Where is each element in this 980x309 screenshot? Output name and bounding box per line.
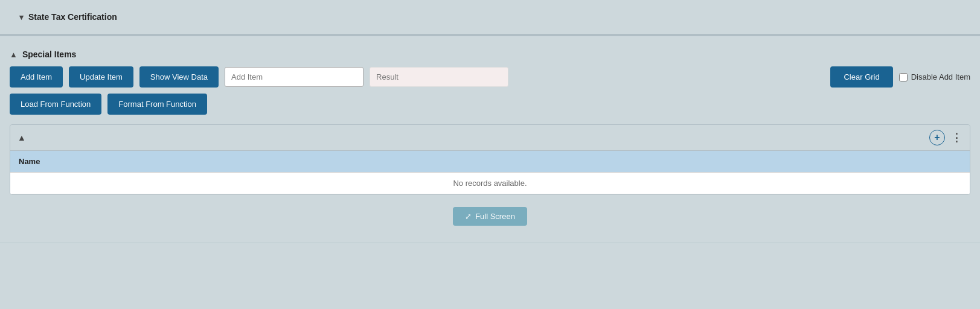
grid-add-button[interactable]: + [929,130,945,145]
grid-kebab-menu[interactable]: ⋮ [951,131,962,144]
disable-add-item-checkbox[interactable] [899,73,908,81]
fullscreen-label: Full Screen [475,212,515,221]
load-from-function-button[interactable]: Load From Function [10,94,101,115]
special-items-chevron: ▲ [10,50,18,59]
clear-grid-button[interactable]: Clear Grid [830,66,892,88]
state-tax-title: State Tax Certification [28,12,117,22]
state-tax-chevron: ▾ [19,13,24,22]
special-items-header[interactable]: ▲ Special Items [10,43,970,66]
toolbar-row-1: Add Item Update Item Show View Data Clea… [10,66,970,88]
special-items-section: ▲ Special Items Add Item Update Item Sho… [0,36,980,243]
grid-actions: + ⋮ [929,130,962,145]
grid-column-name: Name [10,151,970,173]
special-items-content: ▲ Special Items Add Item Update Item Sho… [0,36,980,243]
state-tax-section: ▾ State Tax Certification [0,0,980,35]
show-view-data-button[interactable]: Show View Data [139,66,219,88]
grid-container: ▲ + ⋮ Name No records available. [10,124,970,195]
disable-add-item-label[interactable]: Disable Add Item [899,72,970,81]
grid-header-row: Name [10,151,970,173]
state-tax-header[interactable]: ▾ State Tax Certification [10,6,970,28]
grid-table: Name No records available. [10,151,970,194]
add-item-input[interactable] [225,67,363,87]
toolbar-row-2: Load From Function Format From Function [10,94,970,115]
table-row: No records available. [10,173,970,194]
grid-collapse-chevron[interactable]: ▲ [18,133,26,142]
special-items-title: Special Items [22,49,77,59]
fullscreen-icon: ⤢ [465,212,472,221]
fullscreen-bar: ⤢ Full Screen [10,202,970,233]
fullscreen-button[interactable]: ⤢ Full Screen [453,207,527,226]
update-item-button[interactable]: Update Item [69,66,133,88]
grid-tbody: No records available. [10,173,970,194]
format-from-function-button[interactable]: Format From Function [107,94,207,115]
add-item-button[interactable]: Add Item [10,66,63,88]
grid-thead: Name [10,151,970,173]
disable-add-item-text: Disable Add Item [911,72,970,81]
no-records-cell: No records available. [10,173,970,194]
result-input[interactable] [370,67,508,87]
grid-header-bar: ▲ + ⋮ [10,125,970,151]
